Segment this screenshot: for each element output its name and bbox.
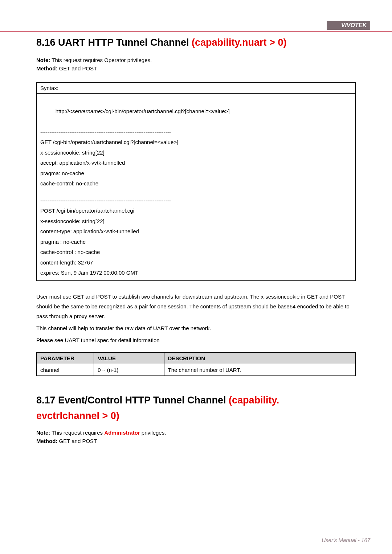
note-text: This request requires Operator privilege…: [50, 57, 152, 63]
method-line-2: Method: GET and POST: [36, 438, 356, 444]
section-number: 8.16: [36, 37, 56, 48]
block1-3: accept: application/x-vvtk-tunnelled: [40, 158, 352, 168]
section-817: 8.17 Event/Control HTTP Tunnel Channel (…: [36, 394, 356, 444]
block1-0: ----------------------------------------…: [40, 127, 352, 138]
th-value: VALUE: [94, 352, 164, 364]
url-servername: servername: [72, 108, 101, 114]
block2-0: ----------------------------------------…: [40, 196, 352, 206]
syntax-header: Syntax:: [37, 83, 355, 94]
syntax-url: http://<servername>/cgi-bin/operator/uar…: [40, 96, 352, 127]
tunnel-description: User must use GET and POST to establish …: [36, 292, 356, 345]
section-title-text-2: Event/Control HTTP Tunnel Channel: [58, 395, 229, 406]
desc-para-3: Please see UART tunnel spec for detail i…: [36, 335, 356, 345]
td-value: 0 ~ (n-1): [94, 364, 164, 376]
block1-5: cache-control: no-cache: [40, 178, 352, 189]
parameter-table: PARAMETER VALUE DESCRIPTION channel 0 ~ …: [36, 352, 356, 376]
note-text-2: This request requires Administrator priv…: [50, 430, 166, 436]
url-part-a: http://<: [56, 108, 72, 114]
block2-2: x-sessioncookie: string[22]: [40, 216, 352, 227]
desc-para-1: User must use GET and POST to establish …: [36, 292, 356, 321]
header-rule: [0, 31, 392, 32]
block1-1: GET /cgi-bin/operator/uartchannel.cgi?[c…: [40, 137, 352, 148]
capability-text-2: (capability.: [229, 395, 279, 406]
admin-privileges: Administrator: [104, 430, 140, 436]
th-parameter: PARAMETER: [37, 352, 94, 364]
section-817-title: 8.17 Event/Control HTTP Tunnel Channel (…: [36, 394, 356, 407]
block2-4: pragma : no-cache: [40, 237, 352, 247]
td-description: The channel number of UART.: [164, 364, 355, 376]
th-description: DESCRIPTION: [164, 352, 355, 364]
syntax-box: Syntax: http://<servername>/cgi-bin/oper…: [36, 82, 356, 281]
td-parameter: channel: [37, 364, 94, 376]
note-label: Note:: [36, 57, 50, 63]
section-number-2: 8.17: [36, 395, 56, 406]
block2-6: content-length: 32767: [40, 258, 352, 268]
method-text: GET and POST: [57, 65, 97, 71]
syntax-body: http://<servername>/cgi-bin/operator/uar…: [37, 94, 355, 280]
block2-1: POST /cgi-bin/operator/uartchannel.cgi: [40, 206, 352, 216]
note-line-2: Note: This request requires Administrato…: [36, 430, 356, 436]
note-line: Note: This request requires Operator pri…: [36, 57, 356, 63]
block1-4: pragma: no-cache: [40, 168, 352, 179]
block-separator: [40, 189, 352, 196]
section-816-title: 8.16 UART HTTP Tunnel Channel (capabilit…: [36, 36, 356, 49]
note-label-2: Note:: [36, 430, 50, 436]
method-line: Method: GET and POST: [36, 65, 356, 71]
method-text-2: GET and POST: [57, 438, 97, 444]
method-label: Method:: [36, 65, 57, 71]
block2-5: cache-control : no-cache: [40, 247, 352, 258]
table-row: channel 0 ~ (n-1) The channel number of …: [37, 364, 356, 376]
url-part-c: >/cgi-bin/operator/uartchannel.cgi?[chan…: [101, 108, 229, 114]
method-label-2: Method:: [36, 438, 57, 444]
block1-2: x-sessioncookie: string[22]: [40, 148, 352, 158]
desc-para-2: This channel will help to transfer the r…: [36, 323, 356, 333]
table-header-row: PARAMETER VALUE DESCRIPTION: [37, 352, 356, 364]
capability-subline: evctrlchannel > 0): [36, 410, 356, 422]
page-footer: User's Manual - 167: [322, 537, 370, 543]
block2-7: expires: Sun, 9 Jam 1972 00:00:00 GMT: [40, 268, 352, 278]
block2-3: content-type: application/x-vvtk-tunnell…: [40, 226, 352, 237]
capability-text: (capability.nuart > 0): [192, 37, 286, 48]
section-title-text: UART HTTP Tunnel Channel: [58, 37, 192, 48]
brand-label: VIVOTEK: [327, 21, 370, 30]
